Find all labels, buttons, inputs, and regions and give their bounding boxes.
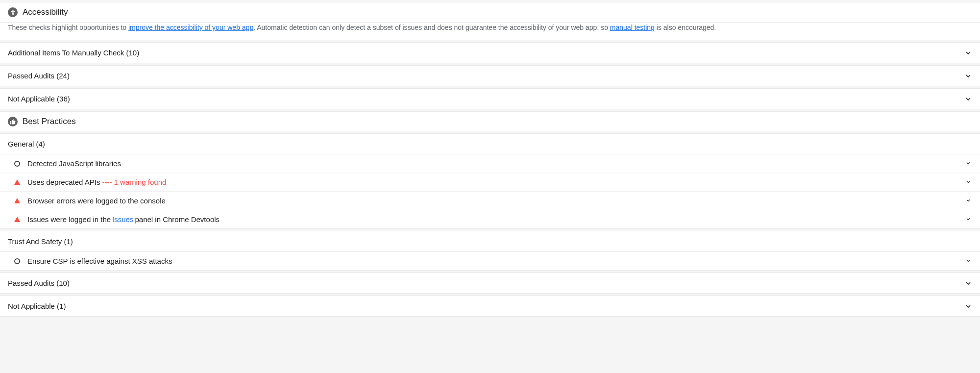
best-practices-title: Best Practices <box>23 117 76 126</box>
group-passed-audits-a11y[interactable]: Passed Audits (24) <box>0 65 980 86</box>
manual-testing-link[interactable]: manual testing <box>610 24 655 31</box>
chevron-down-icon <box>964 302 972 310</box>
chevron-down-icon <box>965 178 971 186</box>
group-label: General (4) <box>8 140 45 148</box>
chevron-down-icon <box>965 215 971 224</box>
chevron-down-icon <box>964 72 972 80</box>
group-label: Not Applicable (1) <box>8 302 66 310</box>
chevron-down-icon <box>964 95 972 103</box>
audit-browser-errors[interactable]: Browser errors were logged to the consol… <box>0 192 980 210</box>
accessibility-icon <box>8 7 18 17</box>
chevron-down-icon <box>965 159 971 168</box>
warning-icon <box>14 179 21 186</box>
group-label: Trust And Safety (1) <box>8 237 73 246</box>
improve-accessibility-link[interactable]: improve the accessibility of your web ap… <box>128 24 253 31</box>
warning-icon <box>14 216 21 223</box>
desc-text-pre: These checks highlight opportunities to <box>8 24 128 31</box>
audit-label: Ensure CSP is effective against XSS atta… <box>27 257 172 265</box>
desc-text-post: is also encouraged. <box>655 24 716 31</box>
issues-link[interactable]: Issues <box>112 215 133 224</box>
audit-csp-xss[interactable]: Ensure CSP is effective against XSS atta… <box>0 252 980 271</box>
audit-deprecated-apis[interactable]: Uses deprecated APIs ---- 1 warning foun… <box>0 173 980 192</box>
svg-point-0 <box>12 10 13 11</box>
group-not-applicable-a11y[interactable]: Not Applicable (36) <box>0 88 980 109</box>
audit-label: Detected JavaScript libraries <box>27 159 121 168</box>
general-audits: Detected JavaScript libraries Uses depre… <box>0 154 980 229</box>
chevron-down-icon <box>964 49 972 57</box>
audit-label: Browser errors were logged to the consol… <box>27 197 166 205</box>
info-icon <box>14 258 21 265</box>
group-label: Additional Items To Manually Check (10) <box>8 49 139 57</box>
accessibility-section: Accessibility These checks highlight opp… <box>0 2 980 40</box>
best-practices-section: Best Practices <box>0 111 980 131</box>
group-label: Passed Audits (24) <box>8 72 70 80</box>
best-practices-header: Best Practices <box>0 112 980 131</box>
chevron-down-icon <box>965 197 971 205</box>
group-label: Passed Audits (10) <box>8 279 70 287</box>
thumbs-up-icon <box>8 117 18 126</box>
audit-detected-js-libraries[interactable]: Detected JavaScript libraries <box>0 154 980 173</box>
info-icon <box>14 160 21 167</box>
audit-warning-text: ---- 1 warning found <box>102 178 166 186</box>
desc-text-mid: . Automatic detection can only detect a … <box>253 24 610 31</box>
accessibility-title: Accessibility <box>23 7 68 17</box>
audit-label-post: panel in Chrome Devtools <box>135 215 220 224</box>
group-not-applicable-bp[interactable]: Not Applicable (1) <box>0 296 980 317</box>
group-manual-check[interactable]: Additional Items To Manually Check (10) <box>0 42 980 63</box>
accessibility-description: These checks highlight opportunities to … <box>0 23 980 40</box>
audit-issues-logged[interactable]: Issues were logged in the Issues panel i… <box>0 210 980 229</box>
audit-label: Uses deprecated APIs <box>27 178 100 186</box>
accessibility-header: Accessibility <box>0 2 980 23</box>
audit-label-pre: Issues were logged in the <box>27 215 111 224</box>
group-passed-audits-bp[interactable]: Passed Audits (10) <box>0 273 980 294</box>
group-label: Not Applicable (36) <box>8 95 70 103</box>
warning-icon <box>14 198 21 204</box>
trust-audits: Ensure CSP is effective against XSS atta… <box>0 252 980 271</box>
chevron-down-icon <box>964 279 972 287</box>
group-general: General (4) <box>0 133 980 154</box>
group-trust-safety: Trust And Safety (1) <box>0 231 980 252</box>
chevron-down-icon <box>965 257 971 265</box>
